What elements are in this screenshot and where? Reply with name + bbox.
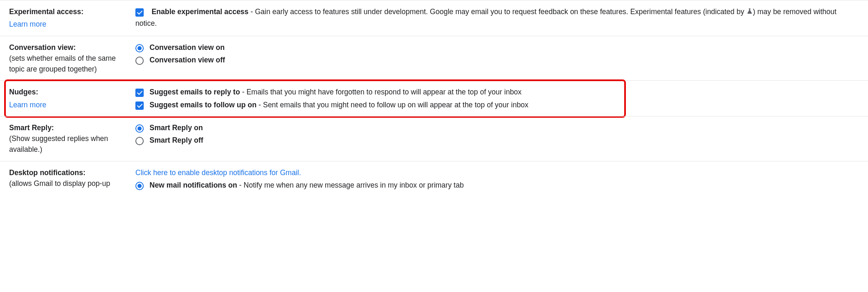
row-nudges: Nudges: Learn more Suggest emails to rep… [0,80,868,116]
smart-reply-desc: (Show suggested replies when available.) [9,134,108,153]
conversation-on-label: Conversation view on [150,42,225,53]
new-mail-on-desc: - Notify me when any new message arrives… [237,181,464,189]
smart-reply-title: Smart Reply: [9,124,54,132]
smart-reply-on-option: Smart Reply on [135,122,856,133]
smart-reply-on-label: Smart Reply on [150,122,203,133]
conversation-desc: (sets whether emails of the same topic a… [9,54,116,73]
conversation-off-radio[interactable] [135,57,144,65]
enable-desktop-notifications-link[interactable]: Click here to enable desktop notificatio… [135,167,301,178]
suggest-follow-label: Suggest emails to follow up on [150,101,257,109]
experimental-right: Enable experimental access - Gain early … [127,6,868,30]
enable-experimental-label: Enable experimental access [152,7,248,16]
new-mail-on-label: New mail notifications on [150,181,237,189]
smart-reply-off-option: Smart Reply off [135,135,856,146]
desktop-desc: (allows Gmail to display pop-up [9,179,110,188]
nudges-follow-option: Suggest emails to follow up on - Sent em… [135,99,856,110]
suggest-reply-label: Suggest emails to reply to [150,88,240,96]
nudges-title: Nudges: [9,88,38,96]
enable-experimental-checkbox[interactable] [135,8,144,17]
desktop-title: Desktop notifications: [9,168,86,177]
experimental-title: Experimental access: [9,7,83,16]
suggest-reply-checkbox[interactable] [135,89,144,97]
experimental-left: Experimental access: Learn more [0,6,127,30]
nudges-right: Suggest emails to reply to - Emails that… [127,87,868,110]
smart-reply-off-label: Smart Reply off [150,135,203,146]
conversation-on-radio[interactable] [135,44,144,52]
suggest-follow-desc: - Sent emails that you might need to fol… [257,101,529,109]
smart-reply-left: Smart Reply: (Show suggested replies whe… [0,122,127,155]
smart-reply-right: Smart Reply on Smart Reply off [127,122,868,155]
row-experimental-access: Experimental access: Learn more Enable e… [0,0,868,36]
nudges-left: Nudges: Learn more [0,87,127,110]
conversation-title: Conversation view: [9,43,76,52]
smart-reply-on-radio[interactable] [135,124,144,133]
conversation-off-label: Conversation view off [150,54,225,65]
experimental-learn-more-link[interactable]: Learn more [9,19,47,30]
desktop-left: Desktop notifications: (allows Gmail to … [0,167,127,191]
suggest-follow-checkbox[interactable] [135,101,144,110]
desktop-enable-link-line: Click here to enable desktop notificatio… [135,167,856,178]
flask-icon [746,7,753,18]
conversation-off-option: Conversation view off [135,54,856,65]
suggest-reply-desc: - Emails that you might have forgotten t… [240,88,522,96]
conversation-left: Conversation view: (sets whether emails … [0,42,127,75]
experimental-desc-before: - Gain early access to features still un… [248,7,746,16]
row-conversation-view: Conversation view: (sets whether emails … [0,36,868,81]
smart-reply-off-radio[interactable] [135,137,144,145]
new-mail-on-radio[interactable] [135,182,144,190]
row-desktop-notifications: Desktop notifications: (allows Gmail to … [0,161,868,193]
nudges-learn-more-link[interactable]: Learn more [9,99,47,110]
nudges-reply-option: Suggest emails to reply to - Emails that… [135,87,856,97]
conversation-on-option: Conversation view on [135,42,856,53]
conversation-right: Conversation view on Conversation view o… [127,42,868,75]
desktop-new-mail-option: New mail notifications on - Notify me wh… [135,180,856,191]
desktop-right: Click here to enable desktop notificatio… [127,167,868,191]
row-smart-reply: Smart Reply: (Show suggested replies whe… [0,116,868,161]
